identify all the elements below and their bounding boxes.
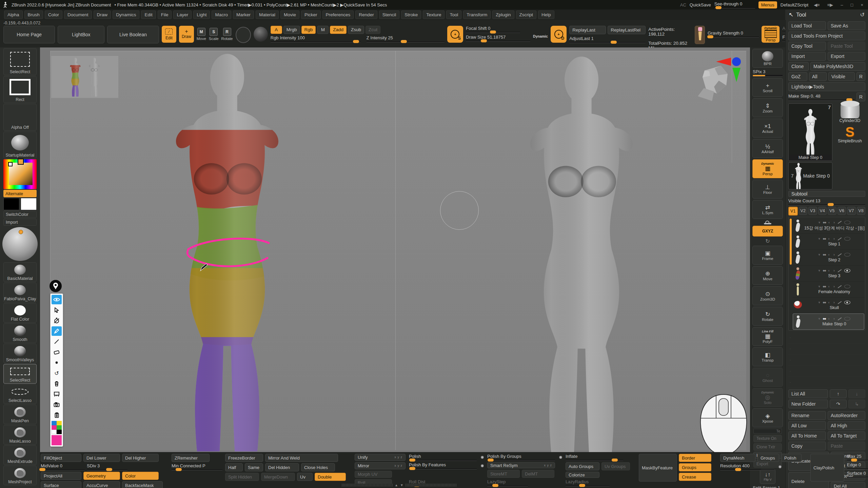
scroll-down-icon[interactable]: ▼ <box>400 483 403 487</box>
shelf-toggle-button[interactable]: ⇕ Zoom <box>752 98 783 117</box>
stroke-icon[interactable] <box>236 27 251 43</box>
rgb-intensity-slider[interactable]: Rgb Intensity 100 <box>271 35 360 42</box>
simplebrush-tool[interactable]: S SimpleBrush <box>834 125 865 143</box>
clipboard-icon[interactable] <box>52 410 62 420</box>
all-high-button[interactable]: All High <box>828 421 865 430</box>
hue-selector-icon[interactable] <box>18 159 24 165</box>
tray-item[interactable]: FabioPaiva_Clay2 <box>3 283 37 302</box>
fill-object-button[interactable]: FillObject <box>41 454 81 462</box>
all-low-button[interactable]: All Low <box>788 421 826 430</box>
palette-black-swatch[interactable] <box>57 430 62 434</box>
delmt-button[interactable]: DelMT <box>522 470 554 478</box>
lightbox-tools-button[interactable]: Lightbox▶Tools <box>788 82 865 91</box>
polypaint-icon[interactable]: ●● <box>823 285 826 288</box>
divider-right-icon[interactable]: ≡▶ <box>825 2 835 7</box>
make-step-slider[interactable]: Make Step 0. 48 <box>788 94 855 101</box>
shelf-toggle-button[interactable]: ⊥ Floor <box>752 180 783 199</box>
tray-item[interactable]: Smooth <box>3 323 37 343</box>
ghost-arrow-icon[interactable]: ▾ <box>818 269 820 272</box>
clone-button[interactable]: Clone <box>788 62 809 71</box>
menu-item[interactable]: Light <box>193 11 210 19</box>
tray-item[interactable]: BasicMaterial <box>3 262 37 282</box>
menu-item[interactable]: Document <box>64 11 92 19</box>
goz-all-button[interactable]: All <box>809 72 827 81</box>
material-half-icon[interactable]: ◑ <box>833 269 835 272</box>
menu-item[interactable]: Draw <box>94 11 111 19</box>
lazy-radius-slider[interactable]: LazyRadius <box>566 479 610 486</box>
menus-button[interactable]: Menus <box>758 1 777 8</box>
divider-left-icon[interactable]: ◀≡ <box>812 2 822 7</box>
menu-item[interactable]: Texture <box>423 11 445 19</box>
tray-item[interactable]: Alpha Off <box>3 104 37 131</box>
make-step-r-button[interactable]: R <box>856 93 865 101</box>
shelf-nav-button[interactable]: ▣ Frame <box>752 246 783 265</box>
menu-item[interactable]: Movie <box>280 11 299 19</box>
texture-action-button[interactable]: Texture On <box>753 435 782 442</box>
uv-half-icon[interactable]: ◐ <box>828 237 830 241</box>
menu-item[interactable]: Layer <box>173 11 192 19</box>
rotate-button[interactable]: R Rotate <box>221 28 233 41</box>
shelf-toggle-button[interactable]: Dynamic ▦ Persp <box>752 159 783 178</box>
texture-action-button[interactable]: Clone Txtr <box>753 443 782 451</box>
del-higher-button[interactable]: Del Higher <box>122 454 159 462</box>
mode-button[interactable]: Rgb <box>301 26 316 34</box>
uv-half-icon[interactable]: ◐ <box>828 253 830 257</box>
persp-button[interactable]: Dynamic Persp <box>762 26 780 43</box>
subtool-row[interactable]: ▾ ●● ◐ ◑ Female Anatomy <box>793 282 864 298</box>
palette-magenta-swatch[interactable] <box>52 425 57 430</box>
restore-button[interactable]: □ <box>849 2 855 7</box>
del-hidden-button[interactable]: Del Hidden <box>265 463 299 471</box>
clear-trash-icon[interactable] <box>52 379 62 388</box>
polish-slider[interactable]: Polish <box>409 454 477 461</box>
max-slider[interactable]: Max 25 <box>847 454 868 461</box>
visibility-tab[interactable]: V8 <box>857 207 866 215</box>
new-folder-button[interactable]: New Folder <box>788 400 828 408</box>
z-intensity-slider[interactable]: Z Intensity 25 <box>367 35 445 42</box>
uv-half-icon[interactable]: ◐ <box>828 317 830 321</box>
sdiv-slider[interactable]: SDiv 3 <box>87 463 127 470</box>
subtool-row[interactable]: ▾ ●● ◐ ◑ Make Step 0 <box>793 313 864 330</box>
orbit-icon[interactable]: ↻ <box>765 238 770 244</box>
export-button[interactable]: Export <box>828 52 865 61</box>
tray-item[interactable]: MeshExtrude <box>3 445 37 465</box>
lazy-step-slider[interactable]: LazyStep <box>487 479 528 486</box>
alternate-button[interactable]: Alternate <box>3 190 37 197</box>
home-page-button[interactable]: Home Page <box>3 26 55 43</box>
lock-icon[interactable] <box>764 223 771 224</box>
dynamesh-groups-button[interactable]: Groups <box>757 454 779 462</box>
material-half-icon[interactable]: ◑ <box>833 253 835 257</box>
shelf-nav-button[interactable]: ⊕ Move <box>752 266 783 285</box>
menu-item[interactable]: Stroke <box>401 11 421 19</box>
project-all-button[interactable]: ProjectAll <box>41 472 81 480</box>
move-up-button[interactable]: ↑ <box>830 389 847 398</box>
mode-button[interactable]: Zsub <box>348 26 364 34</box>
see-through-slider[interactable]: See-through 0 <box>714 1 755 8</box>
import-button[interactable]: Import <box>788 52 826 61</box>
shelf-nav-button[interactable]: ↻ Rotate <box>752 307 783 326</box>
paste-tool-button[interactable]: Paste Tool <box>828 42 865 50</box>
color-palette-grid[interactable] <box>52 421 62 434</box>
half-button[interactable]: Half <box>225 463 243 471</box>
close-button[interactable]: × <box>859 2 865 7</box>
whiteboard-icon[interactable] <box>52 389 62 399</box>
tray-item[interactable]: Rect <box>3 76 37 103</box>
current-material-sphere[interactable] <box>2 227 38 261</box>
import-texture-button[interactable]: Import <box>3 219 37 226</box>
subtool-row[interactable]: ▾ ●● ◐ ◑ Step 1 <box>793 234 864 250</box>
menu-item[interactable]: Transform <box>463 11 491 19</box>
visibility-tab[interactable]: V1 <box>788 207 798 216</box>
eraser-tool-icon[interactable] <box>52 347 62 357</box>
polypaint-icon[interactable]: ●● <box>823 301 826 304</box>
menu-item[interactable]: File <box>158 11 172 19</box>
replay-last-button[interactable]: ReplayLast <box>569 26 606 34</box>
move-down-button[interactable]: ↓ <box>848 389 865 398</box>
polypaint-icon[interactable]: ●● <box>823 269 826 272</box>
ghost-arrow-icon[interactable]: ▾ <box>818 317 820 321</box>
menu-item[interactable]: Stencil <box>379 11 400 19</box>
sculpt-model-gray[interactable] <box>512 52 651 452</box>
tray-item[interactable]: Flat Color <box>3 303 37 323</box>
undo-icon[interactable]: ↺ <box>52 368 62 378</box>
visibility-tab[interactable]: V2 <box>799 207 808 215</box>
border-button[interactable]: Border <box>679 454 711 462</box>
shelf-nav-button[interactable]: ◌ Ghost <box>752 368 783 387</box>
